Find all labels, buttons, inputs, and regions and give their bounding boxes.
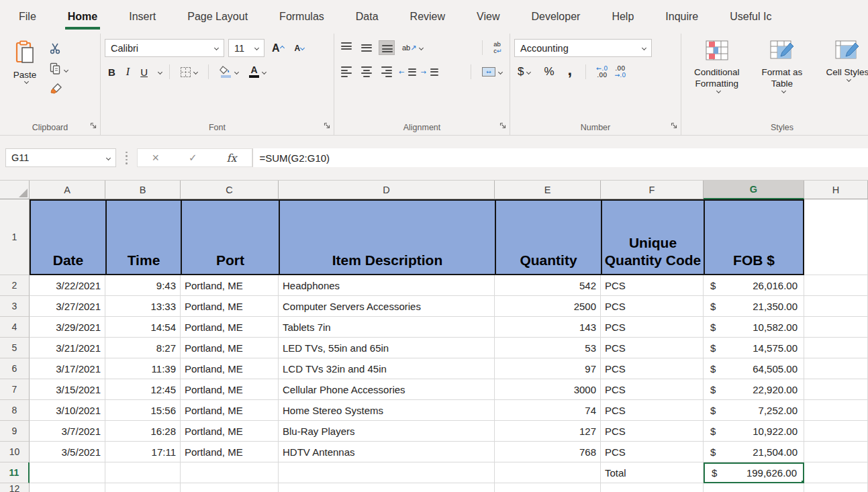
cell-C12[interactable]	[181, 483, 279, 492]
cut-button[interactable]	[50, 43, 68, 56]
borders-button[interactable]	[177, 63, 201, 81]
format-as-table-button[interactable]: Format as Table	[751, 39, 813, 119]
cell-A10[interactable]: 3/5/2021	[30, 442, 105, 462]
column-header-B[interactable]: B	[105, 181, 181, 199]
cell-F2[interactable]: PCS	[601, 275, 704, 296]
font-name-select[interactable]: Calibri	[105, 39, 224, 57]
cell-G1[interactable]: FOB $	[704, 199, 804, 275]
wrap-text-button[interactable]: ab c↵	[490, 39, 505, 56]
cell-A6[interactable]: 3/17/2021	[30, 358, 105, 379]
column-header-H[interactable]: H	[804, 181, 868, 199]
cell-G7[interactable]: $22,920.00	[704, 379, 804, 400]
row-header-6[interactable]: 6	[0, 358, 30, 379]
cell-E5[interactable]: 53	[495, 338, 601, 358]
insert-function-button[interactable]: fx	[227, 152, 237, 164]
decrease-decimal-button[interactable]: .00 →.0	[614, 65, 626, 79]
cell-F9[interactable]: PCS	[601, 421, 704, 442]
cell-E9[interactable]: 127	[495, 421, 601, 442]
tab-view[interactable]: View	[475, 1, 501, 32]
row-header-12[interactable]: 12	[0, 483, 30, 492]
currency-format-button[interactable]: $	[514, 63, 534, 81]
cell-A9[interactable]: 3/7/2021	[30, 421, 105, 442]
row-header-2[interactable]: 2	[0, 275, 30, 296]
cell-D7[interactable]: Cellular Phone Accessories	[279, 379, 495, 400]
cell-E2[interactable]: 542	[495, 275, 601, 296]
decrease-indent-button[interactable]: ←	[399, 64, 416, 79]
cell-A11[interactable]	[30, 462, 105, 483]
middle-align-button[interactable]	[358, 40, 375, 55]
tab-useful-ic[interactable]: Useful Ic	[728, 1, 773, 32]
tab-home[interactable]: Home	[66, 1, 99, 32]
cell-G12[interactable]	[704, 483, 804, 492]
cell-C11[interactable]	[181, 462, 279, 483]
cell-H7[interactable]	[804, 379, 868, 400]
cell-D2[interactable]: Headphones	[279, 275, 495, 296]
cell-A3[interactable]: 3/27/2021	[30, 296, 105, 317]
cell-B12[interactable]	[105, 483, 181, 492]
cell-B10[interactable]: 17:11	[105, 442, 181, 462]
cell-G9[interactable]: $10,922.00	[704, 421, 804, 442]
tab-developer[interactable]: Developer	[530, 1, 581, 32]
tab-file[interactable]: File	[17, 1, 38, 32]
cell-D9[interactable]: Blu-Ray Players	[279, 421, 495, 442]
fill-handle[interactable]	[801, 480, 804, 483]
row-header-10[interactable]: 10	[0, 442, 30, 462]
formula-input[interactable]: =SUM(G2:G10)	[252, 148, 868, 167]
align-center-button[interactable]	[358, 64, 375, 79]
bold-button[interactable]: B	[105, 63, 119, 81]
italic-button[interactable]: I	[123, 63, 133, 81]
cell-H3[interactable]	[804, 296, 868, 317]
cell-H5[interactable]	[804, 338, 868, 358]
paste-button[interactable]: Paste	[4, 39, 46, 119]
cell-D12[interactable]	[279, 483, 495, 492]
copy-button[interactable]	[50, 63, 68, 77]
tab-review[interactable]: Review	[409, 1, 446, 32]
tab-help[interactable]: Help	[610, 1, 635, 32]
cell-E8[interactable]: 74	[495, 400, 601, 421]
cell-D3[interactable]: Computer Servers Accessories	[279, 296, 495, 317]
tab-insert[interactable]: Insert	[128, 1, 157, 32]
row-header-7[interactable]: 7	[0, 379, 30, 400]
cell-H11[interactable]	[804, 462, 868, 483]
cell-A7[interactable]: 3/15/2021	[30, 379, 105, 400]
cell-G4[interactable]: $10,582.00	[704, 317, 804, 338]
cell-D8[interactable]: Home Stereo Systems	[279, 400, 495, 421]
fill-color-button[interactable]	[216, 63, 242, 81]
cell-A1[interactable]: Date	[30, 199, 105, 275]
cell-D4[interactable]: Tablets 7in	[279, 317, 495, 338]
cell-C2[interactable]: Portland, ME	[181, 275, 279, 296]
cell-B8[interactable]: 15:56	[105, 400, 181, 421]
tab-data[interactable]: Data	[354, 1, 380, 32]
cell-D11[interactable]	[279, 462, 495, 483]
cell-F1[interactable]: Unique Quantity Code	[601, 199, 704, 275]
name-box[interactable]: G11	[5, 148, 116, 167]
tab-inquire[interactable]: Inquire	[664, 1, 700, 32]
formula-bar-drag-handle[interactable]	[126, 152, 128, 164]
cell-B2[interactable]: 9:43	[105, 275, 181, 296]
font-dialog-launcher[interactable]	[324, 119, 330, 132]
cell-B5[interactable]: 8:27	[105, 338, 181, 358]
cell-B11[interactable]	[105, 462, 181, 483]
column-header-C[interactable]: C	[181, 181, 279, 199]
cell-H1[interactable]	[804, 199, 868, 275]
cell-G6[interactable]: $64,505.00	[704, 358, 804, 379]
cell-F12[interactable]	[601, 483, 704, 492]
tab-formulas[interactable]: Formulas	[278, 1, 326, 32]
cell-E7[interactable]: 3000	[495, 379, 601, 400]
row-header-11[interactable]: 11	[0, 462, 30, 483]
cell-C4[interactable]: Portland, ME	[181, 317, 279, 338]
cell-A2[interactable]: 3/22/2021	[30, 275, 105, 296]
increase-indent-button[interactable]: →	[420, 64, 438, 79]
cell-F8[interactable]: PCS	[601, 400, 704, 421]
cell-E12[interactable]	[495, 483, 601, 492]
cell-H2[interactable]	[804, 275, 868, 296]
row-header-9[interactable]: 9	[0, 421, 30, 442]
cell-E4[interactable]: 143	[495, 317, 601, 338]
cell-F6[interactable]: PCS	[601, 358, 704, 379]
cell-G5[interactable]: $14,575.00	[704, 338, 804, 358]
clipboard-dialog-launcher[interactable]	[90, 119, 97, 132]
row-header-8[interactable]: 8	[0, 400, 30, 421]
cell-A12[interactable]	[30, 483, 105, 492]
cell-B4[interactable]: 14:54	[105, 317, 181, 338]
orientation-button[interactable]: ab↗	[399, 39, 426, 56]
